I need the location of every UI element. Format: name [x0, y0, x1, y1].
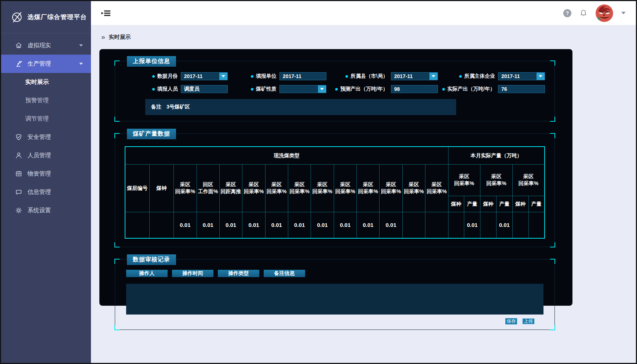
- sidebar-item-label: 虚拟现实: [28, 42, 51, 49]
- breadcrumb: » 实时展示: [91, 25, 636, 49]
- select-field[interactable]: 2017-11: [181, 72, 228, 80]
- sidebar-item-label: 物资管理: [28, 170, 51, 178]
- sidebar-item-label: 系统设置: [28, 207, 51, 214]
- content-area: 上报单位信息 数据月份2017-11填报单位2017-11所属县（市\局）201…: [91, 49, 636, 363]
- audit-column-0[interactable]: 操作人: [126, 270, 168, 277]
- table-cell: [149, 212, 173, 238]
- sidebar-item-production[interactable]: 生产管理: [1, 55, 91, 73]
- field-label: 煤矿性质: [256, 86, 277, 92]
- table-header-cell: 采区 回采率%: [380, 164, 402, 212]
- sidebar-item-warning[interactable]: 预警管理: [1, 91, 91, 110]
- table-cell: 0.01: [174, 212, 197, 238]
- table-cell: 0.01: [265, 212, 288, 238]
- form-field-0-0: 数据月份2017-11: [125, 72, 228, 80]
- audit-column-3[interactable]: 备注信息: [264, 270, 305, 277]
- help-icon[interactable]: ?: [563, 9, 571, 17]
- table-cell: [402, 212, 425, 238]
- input-field[interactable]: 98: [391, 85, 438, 93]
- sidebar-item-safety[interactable]: 安全管理: [1, 128, 91, 146]
- input-field[interactable]: 2017-11: [279, 72, 326, 80]
- header-washed-coal-type: 现洗煤类型: [125, 147, 448, 164]
- select-field[interactable]: 2017-11: [498, 72, 545, 80]
- corner-bracket: [114, 117, 120, 122]
- required-dot-icon: [251, 75, 253, 78]
- sidebar-item-label: 人员管理: [28, 152, 51, 159]
- section-title-production: 煤矿产量数据: [127, 129, 176, 139]
- select-field[interactable]: 2017-11: [391, 72, 438, 80]
- required-dot-icon: [251, 88, 253, 91]
- gear-icon: [15, 207, 22, 214]
- audit-column-1[interactable]: 操作时间: [172, 270, 213, 277]
- table-header-cell: 采区 回距离推: [219, 164, 242, 212]
- sidebar-item-material[interactable]: 物资管理: [1, 165, 91, 183]
- input-field[interactable]: 调度员: [181, 85, 228, 93]
- audit-body: 操作人操作时间操作类型备注信息 保存 上传: [115, 260, 554, 330]
- app-title: 选煤厂综合管理平台: [28, 13, 87, 21]
- table-header-cell: 采区 回采率%: [334, 164, 356, 212]
- person-icon: [15, 152, 22, 159]
- form-field-0-1: 填报单位2017-11: [228, 72, 326, 80]
- corner-bracket: [114, 325, 120, 330]
- audit-column-2[interactable]: 操作类型: [218, 270, 259, 277]
- upload-button[interactable]: 上传: [522, 318, 535, 324]
- corner-bracket: [114, 242, 120, 247]
- table-header-group-cell: 采区 回采率%: [512, 164, 545, 196]
- user-avatar[interactable]: [596, 4, 613, 22]
- sidebar-item-adjust[interactable]: 调节管理: [1, 110, 91, 128]
- table-cell: 0.01: [197, 212, 219, 238]
- home-icon: [15, 42, 22, 49]
- dropdown-arrow-icon[interactable]: [219, 73, 227, 80]
- corner-bracket: [550, 60, 555, 66]
- save-button[interactable]: 保存: [505, 318, 517, 324]
- breadcrumb-chevrons-icon: »: [101, 33, 105, 41]
- corner-bracket: [114, 133, 120, 138]
- chat-icon: [15, 188, 22, 196]
- table-cell: 0.01: [311, 212, 334, 238]
- field-label: 数据月份: [157, 73, 178, 80]
- table-header-group-cell: 采区 回采率%: [448, 164, 480, 196]
- table-header-cell: 煤钟: [149, 164, 173, 212]
- sidebar-item-label: 生产管理: [28, 60, 51, 68]
- required-dot-icon: [335, 88, 338, 91]
- sidebar-item-realtime[interactable]: 实时展示: [1, 73, 91, 91]
- corner-bracket: [550, 259, 555, 264]
- sidebar-item-vr[interactable]: 虚拟现实: [1, 36, 91, 55]
- sidebar-item-system[interactable]: 系统设置: [1, 201, 91, 220]
- select-field[interactable]: [279, 85, 326, 93]
- input-field[interactable]: 76: [498, 85, 545, 93]
- box-icon: [15, 170, 22, 177]
- table-header-cell: 采区 回采率%: [174, 164, 197, 212]
- user-menu-caret-icon[interactable]: [621, 12, 626, 14]
- corner-bracket: [114, 60, 120, 66]
- field-value: 2017-11: [280, 73, 326, 79]
- sidebar-item-personnel[interactable]: 人员管理: [1, 146, 91, 165]
- sidebar-nav: 虚拟现实生产管理实时展示预警管理调节管理安全管理人员管理物资管理信息管理系统设置: [1, 33, 91, 220]
- notifications-icon[interactable]: [579, 9, 587, 17]
- table-header-group-cell: 采区 回采率%: [480, 164, 513, 196]
- breadcrumb-label: 实时展示: [109, 34, 131, 41]
- field-value: 2017-11: [498, 73, 537, 79]
- table-cell: 0.01: [334, 212, 356, 238]
- dropdown-arrow-icon[interactable]: [318, 85, 326, 93]
- field-value: 98: [391, 86, 438, 92]
- table-header-cell: 采区 回采率%: [357, 164, 380, 212]
- field-value: 76: [498, 86, 545, 92]
- dropdown-arrow-icon[interactable]: [537, 73, 545, 80]
- table-cell: 0.01: [380, 212, 402, 238]
- required-dot-icon: [152, 88, 155, 91]
- table-header-cell: 采区 回采率%: [288, 164, 311, 212]
- section-audit-log: 数据审核记录 操作人操作时间操作类型备注信息 保存 上传: [115, 259, 555, 330]
- dropdown-arrow-icon[interactable]: [429, 73, 438, 80]
- section-title-report-info: 上报单位信息: [127, 56, 176, 67]
- chevron-down-icon: [79, 44, 83, 47]
- field-value: 调度员: [181, 86, 227, 92]
- sidebar: 选煤厂综合管理平台 虚拟现实生产管理实时展示预警管理调节管理安全管理人员管理物资…: [1, 1, 91, 363]
- field-label: 所属主体企业: [464, 73, 495, 80]
- table-cell: 0.01: [496, 212, 512, 238]
- form-field-1-0: 填报人员调度员: [125, 85, 228, 93]
- remark-box[interactable]: 备注 3号煤矿区: [145, 99, 456, 115]
- main-area: ? » 实时展示: [91, 1, 636, 363]
- sidebar-item-info[interactable]: 信息管理: [1, 183, 91, 201]
- collapse-sidebar-icon[interactable]: [101, 9, 111, 17]
- dark-panel: 上报单位信息 数据月份2017-11填报单位2017-11所属县（市\局）201…: [99, 49, 572, 306]
